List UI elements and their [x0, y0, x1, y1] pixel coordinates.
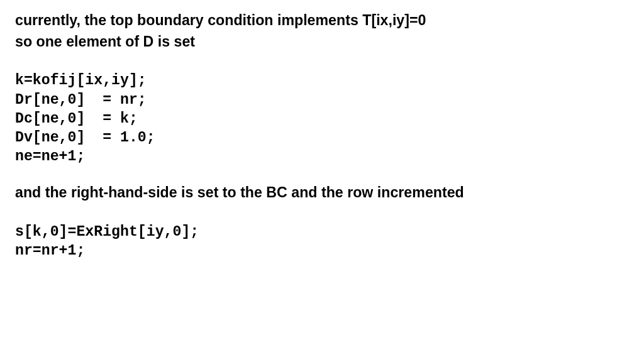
prose-line-2: so one element of D is set — [15, 33, 629, 52]
blank-line — [15, 205, 629, 222]
blank-line — [15, 53, 629, 71]
blank-line — [15, 166, 629, 184]
prose-line-1: currently, the top boundary condition im… — [15, 11, 629, 30]
code-block-1: k=kofij[ix,iy]; Dr[ne,0] = nr; Dc[ne,0] … — [15, 71, 629, 166]
prose-line-3: and the right-hand-side is set to the BC… — [15, 184, 629, 202]
code-block-2: s[k,0]=ExRight[iy,0]; nr=nr+1; — [15, 222, 629, 260]
